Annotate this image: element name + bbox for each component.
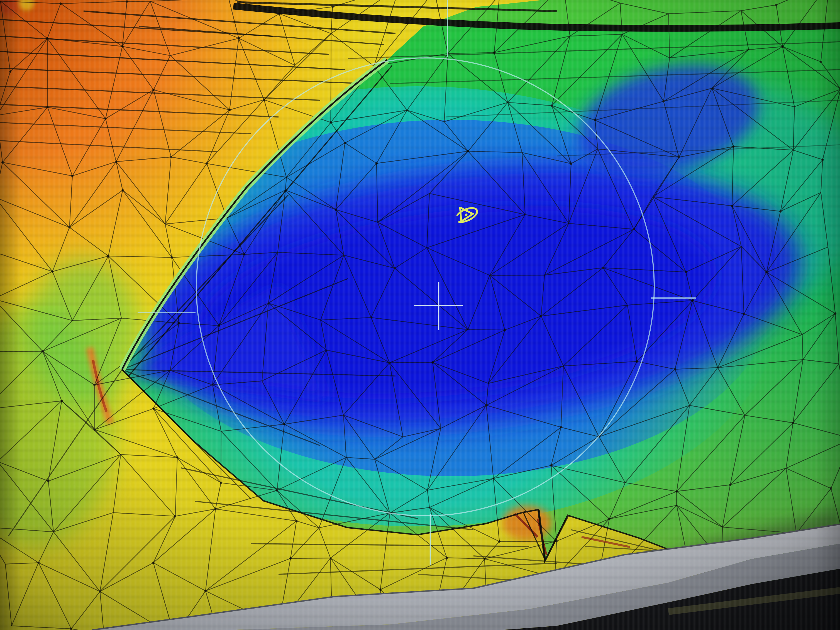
mesh-node [685,271,687,273]
mesh-node [263,99,265,101]
mesh-node [99,591,101,593]
mesh-node [126,0,128,3]
mesh-node [70,628,73,630]
mesh-edge [127,1,150,2]
mesh-node [493,52,495,54]
mesh-node [332,6,334,8]
mesh-node [220,482,222,484]
mesh-node [743,313,745,315]
mesh-node [174,515,176,517]
mesh-node [731,205,733,207]
mesh-edge [291,558,331,559]
mesh-node [46,106,49,108]
mesh-node [238,37,240,39]
mesh-node [594,119,596,121]
mesh-node [792,422,794,424]
mesh-node [445,556,448,559]
mesh-node [393,267,396,269]
mesh-node [431,361,434,363]
mesh-node [633,228,635,231]
mesh-node [104,118,107,120]
mesh-node [830,487,832,489]
mesh-node [504,329,506,331]
mesh-node [228,109,231,111]
photographed-monitor [0,0,840,630]
mesh-node [51,270,54,273]
mesh-node [550,464,552,466]
mesh-node [243,253,245,256]
mesh-node [176,456,178,458]
mesh-node [170,156,172,158]
mesh-node [152,88,155,91]
mesh-edge [0,351,43,352]
mesh-node [678,156,680,158]
mesh-node [608,518,611,520]
mesh-node [662,100,665,103]
mesh-node [819,61,822,63]
mesh-node [676,490,678,493]
mesh-node [674,368,676,370]
mesh-node [485,404,487,406]
mesh-node [636,360,638,363]
mesh-edge [468,330,505,330]
mesh-node [779,210,782,213]
mesh-node [37,562,39,564]
mesh-node [379,589,381,591]
mesh-node [765,271,767,273]
3d-viewport[interactable] [0,0,840,630]
mesh-node [570,163,572,164]
mesh-node [152,407,155,410]
mesh-node [93,428,96,431]
mesh-node [732,145,734,148]
mesh-node [122,189,124,191]
mesh-node [93,384,96,386]
mesh-node [276,489,278,491]
mesh-node [47,480,49,482]
mesh-node [551,104,553,107]
mesh-node [2,161,4,164]
mesh-node [283,423,286,425]
mesh-node [60,399,63,402]
mesh-node [834,312,836,314]
mesh-node [152,562,154,564]
mesh-node [178,322,180,324]
mesh-node [691,299,693,302]
mesh-node [540,315,542,317]
mesh-node [289,557,292,559]
mesh-node [498,540,501,543]
mesh-node [215,508,217,510]
mesh-node [560,426,562,428]
mesh-node [388,362,390,364]
mesh-node [483,557,486,560]
mesh-node [204,590,207,592]
mesh-edge [499,541,556,542]
mesh-node [218,324,220,327]
mesh-node [602,267,604,269]
mesh-node [782,46,784,47]
mesh-node [171,256,173,259]
mesh-node [295,520,297,522]
mesh-node [107,255,109,257]
notch-orange-hotspot [502,506,551,540]
orbit-center-dot [465,214,467,216]
mesh-node [205,163,208,164]
mesh-node [9,71,11,73]
mesh-node [71,175,74,177]
mesh-node [335,208,337,211]
mesh-edge [390,362,433,363]
mesh-node [68,226,71,228]
mesh-node [729,483,731,486]
outer-green-contour-2 [28,259,139,404]
mesh-node [121,45,123,47]
mesh-node [41,350,44,352]
mesh-node [115,160,117,163]
mesh-node [344,142,346,144]
mesh-node [376,162,378,164]
mesh-node [330,121,332,123]
mesh-node [59,3,62,5]
mesh-node [467,150,469,152]
mesh-node [822,158,824,161]
mesh-node [775,4,777,6]
mesh-node [46,37,49,39]
